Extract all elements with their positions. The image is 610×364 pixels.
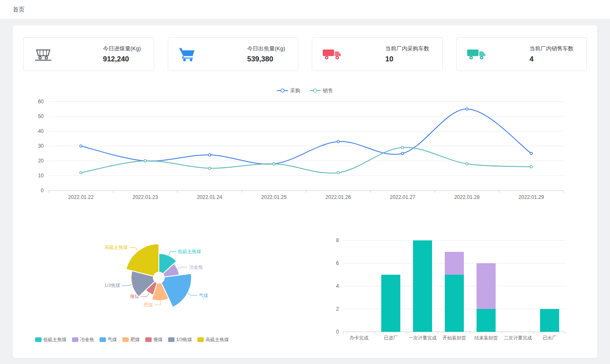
coal-type-pie-chart: 低硫主焦煤冶金焦气煤肥煤瘦煤1/3焦煤高硫主焦煤 bbox=[23, 228, 303, 331]
svg-text:气煤: 气煤 bbox=[199, 293, 208, 298]
svg-text:已出厂: 已出厂 bbox=[543, 335, 557, 340]
line-series-marker-icon bbox=[277, 88, 288, 93]
svg-text:2022.01.22: 2022.01.22 bbox=[68, 194, 94, 200]
stat-card-value: 4 bbox=[530, 55, 574, 63]
truck-icon bbox=[467, 47, 486, 62]
stat-card-label: 今日出焦量(Kg) bbox=[247, 45, 285, 52]
legend-swatch-icon bbox=[35, 337, 42, 342]
svg-text:办卡完成: 办卡完成 bbox=[350, 335, 369, 340]
mine-cart-icon bbox=[34, 46, 53, 62]
legend-swatch-icon bbox=[145, 337, 152, 342]
stat-card-label: 当前厂内销售车数 bbox=[530, 45, 574, 52]
svg-text:2022.01.24: 2022.01.24 bbox=[197, 194, 222, 200]
svg-text:10: 10 bbox=[38, 173, 44, 179]
svg-text:30: 30 bbox=[38, 143, 44, 149]
stat-card-label: 当前厂内采购车数 bbox=[385, 45, 430, 52]
svg-text:4: 4 bbox=[336, 283, 339, 289]
svg-text:1/3焦煤: 1/3焦煤 bbox=[104, 283, 120, 288]
line-legend-label: 采购 bbox=[290, 87, 300, 94]
svg-text:二次计量完成: 二次计量完成 bbox=[504, 335, 532, 340]
svg-text:0: 0 bbox=[336, 329, 339, 335]
stat-card-value: 912,240 bbox=[103, 55, 141, 63]
svg-text:低硫主焦煤: 低硫主焦煤 bbox=[178, 249, 201, 254]
svg-text:2022.01.27: 2022.01.27 bbox=[390, 194, 415, 200]
coal-type-pie-section: 低硫主焦煤冶金焦气煤肥煤瘦煤1/3焦煤高硫主焦煤 低硫主焦煤 冶金焦 气煤 肥煤… bbox=[23, 228, 311, 343]
svg-text:一次计量完成: 一次计量完成 bbox=[409, 335, 437, 340]
top-nav-bar: 首页 bbox=[0, 0, 610, 19]
stat-card-0: 今日进煤量(Kg) 912,240 bbox=[23, 37, 154, 71]
line-legend-label: 销售 bbox=[323, 87, 333, 94]
pie-legend-label: 气煤 bbox=[108, 336, 117, 343]
svg-text:已进厂: 已进厂 bbox=[384, 335, 398, 340]
pie-legend-item-6[interactable]: 高硫主焦煤 bbox=[197, 336, 229, 343]
pie-legend-label: 高硫主焦煤 bbox=[205, 336, 229, 343]
stat-card-1: 今日出焦量(Kg) 539,380 bbox=[168, 37, 299, 71]
legend-swatch-icon bbox=[72, 337, 78, 342]
stat-card-2: 当前厂内采购车数 10 bbox=[312, 37, 443, 71]
svg-text:2022.01.28: 2022.01.28 bbox=[454, 194, 480, 200]
pie-legend-label: 瘦煤 bbox=[153, 336, 163, 343]
legend-swatch-icon bbox=[168, 337, 175, 342]
pie-chart-legend: 低硫主焦煤 冶金焦 气煤 肥煤 瘦煤 1/3焦煤 高硫主焦煤 bbox=[35, 336, 311, 343]
svg-text:20: 20 bbox=[38, 158, 44, 164]
line-legend-item-0[interactable]: 采购 bbox=[277, 87, 300, 94]
vehicle-status-bar-section: 02468办卡完成已进厂一次计量完成开始装卸货结束装卸货二次计量完成已出厂 bbox=[311, 228, 587, 348]
svg-text:40: 40 bbox=[38, 128, 44, 134]
svg-text:高硫主焦煤: 高硫主焦煤 bbox=[105, 245, 128, 250]
svg-text:2022.01.26: 2022.01.26 bbox=[325, 194, 351, 200]
svg-text:2022.01.23: 2022.01.23 bbox=[133, 194, 158, 200]
svg-text:6: 6 bbox=[336, 260, 339, 266]
bottom-charts-row: 低硫主焦煤冶金焦气煤肥煤瘦煤1/3焦煤高硫主焦煤 低硫主焦煤 冶金焦 气煤 肥煤… bbox=[23, 228, 587, 348]
stat-card-value: 539,380 bbox=[247, 55, 285, 63]
pie-legend-item-3[interactable]: 肥煤 bbox=[122, 336, 140, 343]
line-chart-legend: 采购 销售 bbox=[23, 87, 587, 94]
svg-text:结束装卸货: 结束装卸货 bbox=[474, 335, 498, 340]
svg-text:2: 2 bbox=[336, 306, 339, 312]
pie-legend-label: 肥煤 bbox=[130, 336, 140, 343]
svg-text:2022.01.25: 2022.01.25 bbox=[261, 194, 287, 200]
legend-swatch-icon bbox=[122, 337, 129, 342]
vehicle-status-bar-chart: 02468办卡完成已进厂一次计量完成开始装卸货结束装卸货二次计量完成已出厂 bbox=[311, 228, 574, 348]
legend-swatch-icon bbox=[100, 337, 106, 342]
svg-text:60: 60 bbox=[38, 99, 44, 105]
svg-text:2022.01.29: 2022.01.29 bbox=[518, 194, 544, 200]
pie-legend-item-1[interactable]: 冶金焦 bbox=[72, 336, 94, 343]
svg-text:开始装卸货: 开始装卸货 bbox=[443, 335, 466, 340]
svg-text:8: 8 bbox=[336, 237, 339, 243]
pie-legend-label: 冶金焦 bbox=[80, 336, 94, 343]
svg-text:肥煤: 肥煤 bbox=[144, 302, 153, 307]
breadcrumb-home[interactable]: 首页 bbox=[13, 6, 25, 14]
line-legend-item-1[interactable]: 销售 bbox=[310, 87, 333, 94]
stat-card-label: 今日进煤量(Kg) bbox=[103, 45, 141, 52]
svg-text:冶金焦: 冶金焦 bbox=[189, 265, 203, 270]
pie-legend-label: 低硫主焦煤 bbox=[43, 336, 67, 343]
legend-swatch-icon bbox=[197, 337, 204, 342]
stat-card-3: 当前厂内销售车数 4 bbox=[456, 37, 587, 71]
purchase-sales-line-chart: 01020304050602022.01.222022.01.232022.01… bbox=[23, 95, 587, 209]
shopping-cart-icon bbox=[178, 46, 195, 62]
pie-legend-item-0[interactable]: 低硫主焦煤 bbox=[35, 336, 67, 343]
pie-legend-label: 1/3焦煤 bbox=[176, 336, 192, 343]
truck-icon bbox=[322, 47, 342, 62]
pie-legend-item-2[interactable]: 气煤 bbox=[100, 336, 117, 343]
stat-cards-row: 今日进煤量(Kg) 912,240 今日出焦量(Kg) 539,380 当前厂内… bbox=[23, 37, 587, 71]
dashboard-panel: 今日进煤量(Kg) 912,240 今日出焦量(Kg) 539,380 当前厂内… bbox=[13, 25, 597, 358]
line-series-marker-icon bbox=[310, 88, 321, 93]
pie-legend-item-4[interactable]: 瘦煤 bbox=[145, 336, 163, 343]
stat-card-value: 10 bbox=[385, 55, 430, 63]
pie-legend-item-5[interactable]: 1/3焦煤 bbox=[168, 336, 192, 343]
svg-text:50: 50 bbox=[38, 113, 44, 119]
svg-text:0: 0 bbox=[41, 188, 44, 193]
